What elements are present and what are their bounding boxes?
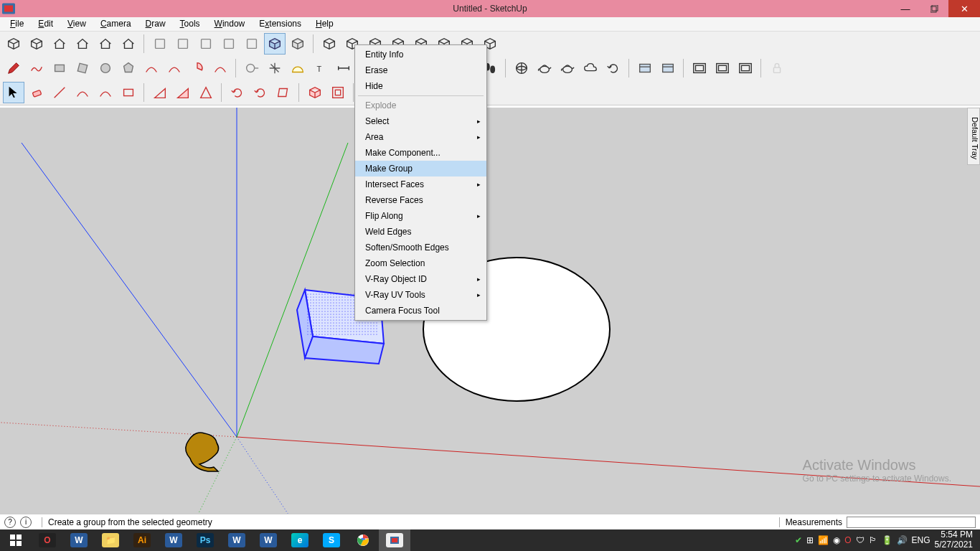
ctx-v-ray-object-id[interactable]: V-Ray Object ID [355,271,486,287]
pie-button[interactable] [187,57,208,79]
ctx-make-group[interactable]: Make Group [355,161,486,176]
text-button[interactable]: T [310,57,331,79]
teapot-button[interactable] [534,57,555,79]
rotate-alt-button[interactable] [250,82,271,103]
ctx-weld-edges[interactable]: Weld Edges [355,224,486,240]
lock-button[interactable] [766,57,788,79]
ctx-entity-info[interactable]: Entity Info [355,47,486,62]
axes-button[interactable] [264,57,286,79]
rect-red-button[interactable] [118,82,139,103]
ctx-area[interactable]: Area [355,129,486,145]
maximize-button[interactable] [920,0,948,17]
ctx-flip-along[interactable]: Flip Along [355,208,486,224]
polygon-button[interactable] [118,57,139,79]
sheet2-button[interactable] [172,33,194,55]
minimize-button[interactable]: — [891,0,920,17]
sheet3-button[interactable] [195,33,217,55]
tray-flag-icon[interactable]: 🏳 [869,535,877,545]
freehand-button[interactable] [26,57,47,79]
ctx-intersect-faces[interactable]: Intersect Faces [355,176,486,192]
rect-button[interactable] [49,57,70,79]
tape-button[interactable] [241,57,263,79]
arc-button[interactable] [141,57,162,79]
panel2-button[interactable] [657,57,679,79]
circle-button[interactable] [95,57,116,79]
ctx-camera-focus-tool[interactable]: Camera Focus Tool [355,303,486,319]
menu-draw[interactable]: Draw [138,17,173,31]
task-edge[interactable]: e [284,529,316,551]
menu-file[interactable]: File [3,17,31,31]
task-word-2[interactable]: W [158,529,189,551]
cube-hl-button[interactable] [264,33,286,55]
rotate-button[interactable] [227,82,248,103]
house-button[interactable] [49,33,70,55]
teapot-shadow-button[interactable] [557,57,578,79]
v-sphere-button[interactable] [511,57,532,79]
default-tray-handle[interactable]: Default Tray [967,108,980,165]
task-sketchup[interactable] [379,529,410,551]
eraser-red-button[interactable] [26,82,47,103]
status-help-icon[interactable]: ? [4,517,16,528]
ctx-erase[interactable]: Erase [355,62,486,78]
task-word-1[interactable]: W [63,529,95,551]
tray-volume-icon[interactable]: 🔊 [897,535,908,545]
box-open-button[interactable] [3,33,24,55]
skew-button[interactable] [273,82,294,103]
triangle-red-button[interactable] [195,82,217,103]
tray-dell-icon[interactable]: ◉ [833,535,840,545]
task-word-active[interactable]: W [253,529,284,551]
menu-camera[interactable]: Camera [93,17,138,31]
task-opera[interactable]: O [32,529,63,551]
ctx-make-component[interactable]: Make Component... [355,145,486,161]
ctx-v-ray-uv-tools[interactable]: V-Ray UV Tools [355,287,486,303]
task-illustrator[interactable]: Ai [126,529,158,551]
push-red-button[interactable] [304,82,326,103]
protractor-button[interactable] [287,57,308,79]
task-skype[interactable]: S [316,529,347,551]
viewport[interactable]: Activate Windows Go to PC settings to ac… [0,108,980,522]
sheet1-button[interactable] [149,33,171,55]
status-info-icon[interactable]: i [20,517,32,528]
ctx-select[interactable]: Select [355,113,486,129]
ctx-hide[interactable]: Hide [355,78,486,94]
ctx-zoom-selection[interactable]: Zoom Selection [355,255,486,271]
house-wire-button[interactable] [118,33,139,55]
box-button[interactable] [26,33,47,55]
menu-edit[interactable]: Edit [31,17,60,31]
task-explorer[interactable]: 📁 [95,529,126,551]
house-outline-button[interactable] [95,33,116,55]
sheet5-button[interactable] [241,33,263,55]
start-button[interactable] [0,529,32,551]
win3-button[interactable] [735,57,756,79]
tray-clock[interactable]: 5:54 PM 5/27/2021 [935,530,973,550]
task-chrome[interactable] [347,529,379,551]
ctx-reverse-faces[interactable]: Reverse Faces [355,192,486,208]
tray-wifi-icon[interactable]: 📶 [818,535,829,545]
refresh-button[interactable] [603,57,624,79]
task-word-3[interactable]: W [221,529,253,551]
sheet4-button[interactable] [218,33,240,55]
offset-red-button[interactable] [327,82,349,103]
tray-battery-icon[interactable]: 🔋 [882,535,892,545]
box-a-button[interactable] [319,33,340,55]
cube2-button[interactable] [287,33,308,55]
menu-extensions[interactable]: Extensions [252,17,308,31]
tray-lang[interactable]: ENG [912,535,930,545]
tray-network-icon[interactable]: ⊞ [806,535,814,545]
tray-check-icon[interactable]: ✔ [795,535,802,545]
line-red-button[interactable] [49,82,70,103]
menu-help[interactable]: Help [308,17,341,31]
close-button[interactable]: ✕ [948,0,980,17]
menu-tools[interactable]: Tools [173,17,207,31]
menu-view[interactable]: View [60,17,93,31]
menu-window[interactable]: Window [207,17,253,31]
arc3-button[interactable] [209,57,231,79]
tin-fill-red-button[interactable] [172,82,194,103]
measurements-input[interactable] [847,517,976,528]
pencil-button[interactable] [3,57,24,79]
win2-button[interactable] [712,57,733,79]
cloud-button[interactable] [580,57,601,79]
tray-shield-icon[interactable]: 🛡 [856,535,864,545]
ctx-soften-smooth-edges[interactable]: Soften/Smooth Edges [355,240,486,255]
rot-rect-button[interactable] [72,57,93,79]
